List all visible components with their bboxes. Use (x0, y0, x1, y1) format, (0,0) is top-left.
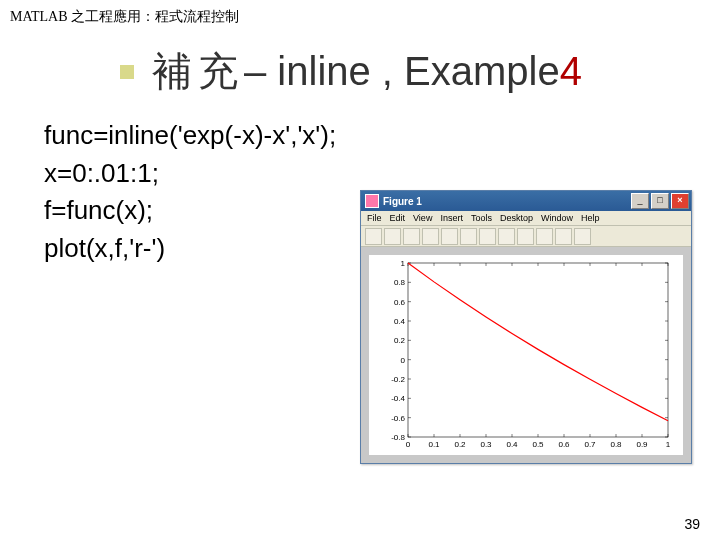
svg-text:0: 0 (401, 356, 406, 365)
svg-text:0.5: 0.5 (532, 440, 544, 449)
menu-item-desktop[interactable]: Desktop (500, 213, 533, 223)
menu-item-help[interactable]: Help (581, 213, 600, 223)
figure-window: Figure 1 _ □ × File Edit View Insert Too… (360, 190, 692, 464)
toolbar-print-icon[interactable] (422, 228, 439, 245)
page-number: 39 (684, 516, 700, 532)
menu-item-edit[interactable]: Edit (390, 213, 406, 223)
svg-text:0.6: 0.6 (558, 440, 570, 449)
svg-text:0.8: 0.8 (394, 278, 406, 287)
toolbar-legend-icon[interactable] (574, 228, 591, 245)
menu-item-window[interactable]: Window (541, 213, 573, 223)
svg-text:0.2: 0.2 (394, 336, 406, 345)
figure-titlebar[interactable]: Figure 1 _ □ × (361, 191, 691, 211)
minimize-button[interactable]: _ (631, 193, 649, 209)
toolbar-zoomin-icon[interactable] (460, 228, 477, 245)
code-line: x=0:.01:1; (44, 155, 720, 193)
figure-app-icon (365, 194, 379, 208)
svg-text:-0.6: -0.6 (391, 414, 405, 423)
svg-text:0.1: 0.1 (428, 440, 440, 449)
menu-item-file[interactable]: File (367, 213, 382, 223)
menu-item-tools[interactable]: Tools (471, 213, 492, 223)
menu-item-insert[interactable]: Insert (440, 213, 463, 223)
title-number: 4 (560, 49, 582, 94)
title-bullet-icon (120, 65, 134, 79)
toolbar-colorbar-icon[interactable] (555, 228, 572, 245)
svg-text:-0.2: -0.2 (391, 375, 405, 384)
figure-toolbar (361, 226, 691, 247)
toolbar-datatip-icon[interactable] (536, 228, 553, 245)
breadcrumb: MATLAB 之工程應用：程式流程控制 (0, 0, 720, 26)
svg-text:0.4: 0.4 (506, 440, 518, 449)
toolbar-pan-icon[interactable] (498, 228, 515, 245)
toolbar-zoomout-icon[interactable] (479, 228, 496, 245)
title-latin: – inline , Example (244, 49, 560, 94)
svg-text:0.3: 0.3 (480, 440, 492, 449)
svg-text:-0.8: -0.8 (391, 433, 405, 442)
menu-item-view[interactable]: View (413, 213, 432, 223)
toolbar-rotate-icon[interactable] (517, 228, 534, 245)
toolbar-save-icon[interactable] (403, 228, 420, 245)
figure-menubar: File Edit View Insert Tools Desktop Wind… (361, 211, 691, 226)
toolbar-pointer-icon[interactable] (441, 228, 458, 245)
toolbar-new-icon[interactable] (365, 228, 382, 245)
axes: -0.8-0.6-0.4-0.200.20.40.60.8100.10.20.3… (369, 255, 683, 455)
page-title: 補充 – inline , Example 4 (120, 44, 720, 99)
svg-text:0.7: 0.7 (584, 440, 596, 449)
title-cjk: 補充 (152, 44, 244, 99)
toolbar-open-icon[interactable] (384, 228, 401, 245)
svg-text:1: 1 (401, 259, 406, 268)
svg-text:-0.4: -0.4 (391, 394, 405, 403)
plot-svg: -0.8-0.6-0.4-0.200.20.40.60.8100.10.20.3… (369, 255, 683, 455)
svg-text:0.9: 0.9 (636, 440, 648, 449)
code-line: func=inline('exp(-x)-x','x'); (44, 117, 720, 155)
close-button[interactable]: × (671, 193, 689, 209)
svg-text:0.2: 0.2 (454, 440, 466, 449)
figure-canvas: -0.8-0.6-0.4-0.200.20.40.60.8100.10.20.3… (361, 247, 691, 463)
svg-text:0.4: 0.4 (394, 317, 406, 326)
maximize-button[interactable]: □ (651, 193, 669, 209)
svg-text:0.6: 0.6 (394, 298, 406, 307)
svg-text:0.8: 0.8 (610, 440, 622, 449)
figure-title: Figure 1 (383, 196, 629, 207)
svg-text:1: 1 (666, 440, 671, 449)
svg-text:0: 0 (406, 440, 411, 449)
